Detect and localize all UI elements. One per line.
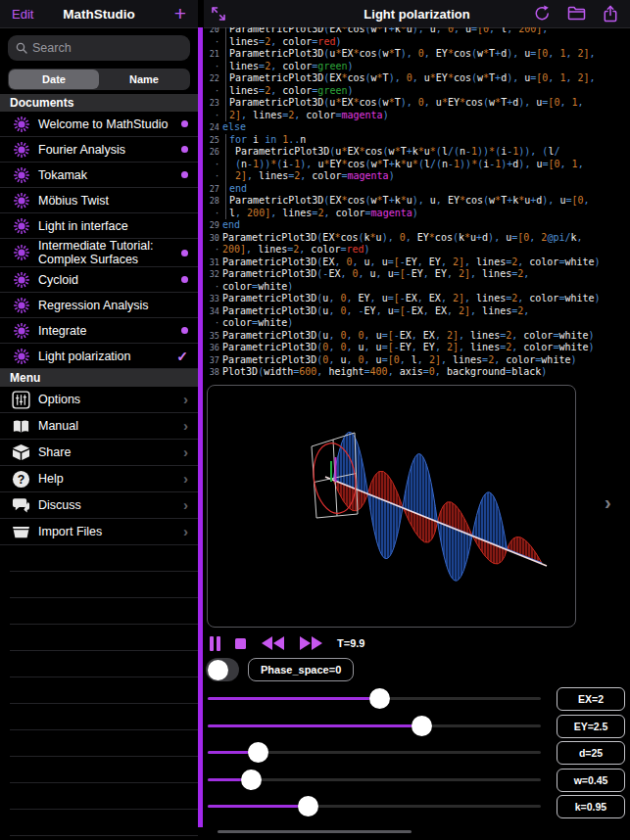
book-icon [12, 418, 30, 435]
selected-checkmark-icon: ✓ [176, 349, 188, 364]
code-line: 24else [204, 121, 630, 134]
slider-track[interactable] [208, 805, 541, 808]
phase-space-toggle[interactable] [206, 658, 239, 681]
polarization-plot [208, 386, 575, 627]
main-panel: Light polarization [204, 0, 630, 840]
horizontal-scrollbar[interactable] [218, 830, 412, 833]
empty-row-separator [10, 598, 198, 625]
slider-knob[interactable] [241, 770, 262, 790]
share-button[interactable] [603, 5, 618, 23]
document-row[interactable]: Fourier Analysis [0, 137, 198, 163]
code-line: 34ParametricPlot3D(u, 0, -EY, u=[-EX, EX… [204, 305, 630, 318]
document-label: Cycloid [38, 273, 181, 287]
stop-button[interactable] [235, 638, 246, 649]
documents-list: Welcome to MathStudio Fourier Analysis T… [0, 112, 198, 369]
document-row[interactable]: Tokamak [0, 163, 198, 188]
code-line: 27end [204, 183, 630, 196]
menu-item-manual[interactable]: Manual › [0, 413, 198, 440]
unread-dot [181, 171, 188, 178]
code-line: 20ParametricPlot3D(EX*cos(w*T+k*u), u, 0… [204, 27, 630, 36]
empty-row-separator [10, 625, 198, 651]
time-readout: T=9.9 [337, 637, 364, 649]
menu-item-label: Help [38, 472, 183, 486]
slider-value-box: k=0.95 [557, 795, 625, 818]
document-row[interactable]: Light polarization✓ [0, 344, 198, 369]
slider-knob[interactable] [248, 742, 268, 763]
menu-item-import-files[interactable]: Import Files › [0, 519, 198, 545]
menu-item-options[interactable]: Options › [0, 387, 198, 413]
pause-icon [217, 636, 220, 651]
fast-forward-icon [300, 636, 311, 650]
toggle-knob [208, 660, 228, 680]
menu-item-share[interactable]: Share › [0, 440, 198, 466]
open-folder-button[interactable] [567, 5, 586, 23]
menu-item-help[interactable]: ? Help › [0, 466, 198, 492]
document-row[interactable]: Welcome to MathStudio [0, 112, 198, 137]
slider-track[interactable] [208, 724, 541, 727]
slider-knob[interactable] [412, 716, 432, 736]
blue-wave [333, 432, 542, 581]
slider-knob[interactable] [298, 796, 318, 817]
search-input[interactable]: Search [8, 35, 190, 61]
code-line: ·l, 200], lines=2, color=magenta) [204, 208, 630, 220]
document-row[interactable]: Intermediate Tutorial: Complex Surfaces [0, 239, 198, 267]
code-line: ·2], lines=2, color=magenta) [204, 170, 630, 183]
document-row[interactable]: Regression Analysis [0, 293, 198, 318]
code-line: ·color=white) [204, 281, 630, 294]
refresh-button[interactable] [534, 5, 551, 23]
rewind-button[interactable] [262, 636, 284, 650]
document-row[interactable]: Light in interface [0, 213, 198, 239]
folder-icon [567, 5, 586, 21]
document-row[interactable]: Möbius Twist [0, 188, 198, 213]
chevron-right-icon: › [183, 421, 188, 431]
slider-value-box: EX=2 [557, 687, 625, 711]
gear-icon [13, 116, 30, 133]
empty-rows [0, 545, 198, 836]
empty-row-separator [10, 810, 198, 836]
phase-space-button[interactable]: Phase_space=0 [248, 658, 354, 681]
gear-icon [13, 297, 30, 314]
code-line: 30ParametricPlot3D(EX*cos(k*u), 0, EY*co… [204, 232, 630, 245]
empty-row-separator [10, 757, 198, 783]
menu-item-label: Options [38, 393, 183, 406]
split-view-divider[interactable] [198, 27, 203, 827]
document-row[interactable]: Cycloid [0, 267, 198, 293]
parameter-slider-row: EX=2 [204, 685, 630, 713]
document-label: Möbius Twist [38, 194, 188, 208]
parameter-slider-row: w=0.45 [204, 767, 630, 794]
empty-row-separator [10, 651, 198, 677]
code-line: 37ParametricPlot3D(0, u, 0, u=[0, l, 2],… [204, 354, 630, 367]
sort-date-segment[interactable]: Date [9, 70, 99, 89]
animation-player: T=9.9 [210, 632, 364, 654]
code-line: ·lines=2, color=green) [204, 85, 630, 98]
menu-list: Options › Manual › Share › ? Help › Disc… [0, 387, 198, 545]
toolbar-actions [534, 5, 618, 23]
unread-dot [181, 120, 188, 127]
chevron-right-icon: › [183, 474, 188, 484]
code-line: 35ParametricPlot3D(u, 0, 0, u=[-EX, EX, … [204, 330, 630, 343]
pause-button[interactable] [210, 636, 220, 651]
menu-item-discuss[interactable]: Discuss › [0, 492, 198, 519]
gear-icon [13, 141, 30, 159]
fast-forward-button[interactable] [300, 636, 322, 650]
empty-row-separator [10, 677, 198, 704]
slider-value-box: d=25 [557, 741, 625, 765]
code-line: 29end [204, 219, 630, 232]
unread-dot [181, 146, 188, 153]
search-icon [16, 42, 27, 54]
sidebar: Edit MathStudio + Search Date Name Docum… [0, 0, 198, 840]
chat-icon [12, 496, 30, 514]
menu-item-label: Import Files [38, 525, 183, 538]
rewind-icon [273, 636, 284, 650]
expand-button[interactable] [211, 6, 226, 22]
sort-name-segment[interactable]: Name [99, 70, 189, 89]
code-line: 22ParametricPlot3D(EX*cos(w*T), 0, u*EY*… [204, 72, 630, 85]
document-row[interactable]: Integrate [0, 318, 198, 344]
gear-icon [13, 322, 30, 340]
next-output-chevron-icon[interactable]: › [605, 491, 611, 514]
search-placeholder: Search [32, 41, 72, 55]
code-editor[interactable]: 20ParametricPlot3D(EX*cos(w*T+k*u), u, 0… [204, 27, 630, 384]
gear-icon [13, 217, 30, 235]
slider-knob[interactable] [369, 688, 390, 709]
plot-3d-canvas[interactable] [207, 385, 576, 628]
